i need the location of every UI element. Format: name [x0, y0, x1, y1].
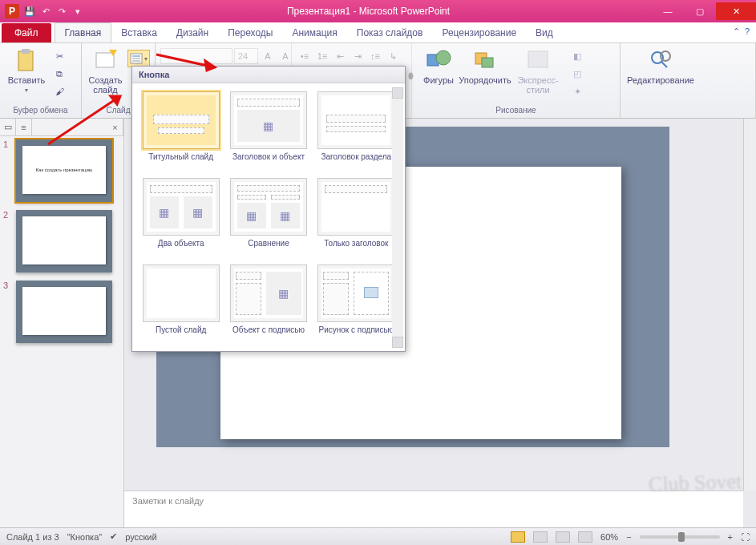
tab-view[interactable]: Вид: [526, 23, 563, 42]
layout-gallery-header: Кнопка: [132, 67, 405, 83]
group-clipboard-label: Буфер обмена: [5, 106, 76, 116]
outdent-icon[interactable]: ⇤: [332, 48, 348, 64]
group-drawing: Фигуры Упорядочить Экспресс-стили ◧ ◰ ✦ …: [412, 43, 621, 118]
line-spacing-icon[interactable]: ↕≡: [367, 48, 383, 64]
tab-insert[interactable]: Вставка: [111, 23, 167, 42]
shapes-label: Фигуры: [423, 75, 454, 85]
font-family-combo[interactable]: [160, 48, 232, 64]
help-icon[interactable]: ?: [745, 26, 750, 37]
zoom-slider[interactable]: [640, 535, 720, 539]
shrink-font-icon[interactable]: A: [277, 48, 293, 64]
shapes-button[interactable]: Фигуры: [417, 48, 460, 85]
ribbon-tabs: Файл Главная Вставка Дизайн Переходы Ани…: [0, 22, 756, 43]
arrange-icon: [472, 48, 498, 74]
svg-rect-1: [22, 49, 30, 54]
layout-two-content[interactable]: Два объекта: [140, 178, 221, 258]
layout-label: Заголовок и объект: [232, 152, 305, 172]
window-title: Презентация1 - Microsoft PowerPoint: [85, 6, 652, 17]
new-slide-icon: [93, 48, 119, 74]
shapes-icon: [426, 48, 451, 74]
sorter-view-icon[interactable]: [533, 531, 548, 543]
layout-label: Только заголовок: [324, 239, 388, 258]
text-direction-icon[interactable]: ↳: [385, 48, 401, 64]
close-button[interactable]: ✕: [716, 2, 756, 20]
close-pane-icon[interactable]: ×: [107, 119, 123, 135]
editing-button[interactable]: Редактирование: [625, 48, 696, 85]
scroll-up-icon[interactable]: [392, 87, 403, 99]
layout-title-content[interactable]: Заголовок и объект: [228, 91, 309, 172]
layout-title-only[interactable]: Только заголовок: [316, 178, 397, 258]
qat-undo-icon[interactable]: ↶: [38, 4, 53, 18]
tab-review[interactable]: Рецензирование: [432, 23, 526, 42]
slide-thumb-3[interactable]: 3: [3, 281, 120, 343]
tab-animation[interactable]: Анимация: [282, 23, 346, 42]
tab-design[interactable]: Дизайн: [167, 23, 218, 42]
indent-icon[interactable]: ⇥: [350, 48, 366, 64]
slide-thumb-1[interactable]: 1 Как создать презентацию: [3, 139, 120, 202]
vertical-scrollbar[interactable]: [743, 119, 756, 490]
layout-picture-caption[interactable]: Рисунок с подписью: [316, 264, 397, 345]
layout-title-slide[interactable]: Титульный слайд: [140, 91, 221, 172]
zoom-in-icon[interactable]: +: [728, 532, 733, 542]
quick-styles-button[interactable]: Экспресс-стили: [510, 48, 566, 95]
shape-fill-icon[interactable]: ◧: [569, 48, 585, 64]
paste-icon: [14, 48, 39, 74]
tab-slideshow[interactable]: Показ слайдов: [347, 23, 433, 42]
paste-button[interactable]: Вставить ▾: [5, 48, 48, 94]
status-bar: Слайд 1 из 3 "Кнопка" ✔ русский 60% − + …: [0, 527, 756, 545]
qat-redo-icon[interactable]: ↷: [55, 4, 69, 18]
layout-button[interactable]: ▾: [127, 50, 150, 67]
minimize-ribbon-icon[interactable]: ⌃: [733, 26, 740, 37]
app-icon: P: [5, 4, 19, 18]
slides-tab-icon[interactable]: ▭: [0, 119, 16, 135]
outline-tab-icon[interactable]: ≡: [16, 119, 32, 135]
qat-more-icon[interactable]: ▾: [71, 4, 85, 18]
tab-transitions[interactable]: Переходы: [218, 23, 282, 42]
zoom-out-icon[interactable]: −: [626, 532, 631, 542]
svg-rect-11: [482, 58, 493, 67]
bullets-icon[interactable]: •≡: [297, 48, 313, 64]
file-tab[interactable]: Файл: [2, 23, 51, 42]
svg-point-9: [436, 50, 451, 65]
svg-line-14: [661, 62, 667, 67]
scroll-down-icon[interactable]: [392, 337, 403, 348]
layout-gallery: Кнопка Титульный слайд Заголовок и объек…: [131, 66, 406, 352]
shape-outline-icon[interactable]: ◰: [569, 66, 585, 82]
minimize-button[interactable]: —: [652, 2, 684, 20]
status-language[interactable]: русский: [125, 532, 156, 542]
notes-pane[interactable]: Заметки к слайду: [124, 490, 743, 527]
layout-blank[interactable]: Пустой слайд: [140, 264, 221, 345]
layout-section-header[interactable]: Заголовок раздела: [316, 91, 397, 172]
new-slide-label: Создать слайд: [87, 75, 124, 95]
normal-view-icon[interactable]: [511, 531, 525, 543]
maximize-button[interactable]: ▢: [684, 2, 716, 20]
notes-placeholder: Заметки к слайду: [132, 496, 204, 506]
format-painter-icon[interactable]: 🖌: [51, 83, 67, 99]
layout-label: Два объекта: [158, 239, 204, 258]
layout-label: Объект с подписью: [232, 325, 305, 345]
numbering-icon[interactable]: 1≡: [314, 48, 330, 64]
font-size-combo[interactable]: 24: [234, 48, 258, 64]
fit-to-window-icon[interactable]: ⛶: [741, 532, 750, 542]
layout-comparison[interactable]: Сравнение: [228, 178, 309, 258]
spellcheck-icon[interactable]: ✔: [110, 531, 117, 542]
new-slide-button[interactable]: Создать слайд: [87, 48, 124, 95]
cut-icon[interactable]: ✂: [51, 48, 67, 64]
qat-save-icon[interactable]: 💾: [22, 4, 37, 18]
arrange-button[interactable]: Упорядочить: [463, 48, 507, 85]
slides-pane: ▭ ≡ × 1 Как создать презентацию 2 3: [0, 119, 124, 527]
copy-icon[interactable]: ⧉: [51, 66, 67, 82]
reading-view-icon[interactable]: [556, 531, 570, 543]
quick-access-toolbar: 💾 ↶ ↷ ▾: [22, 4, 85, 18]
tab-home[interactable]: Главная: [55, 22, 112, 42]
slide-thumb-2[interactable]: 2: [3, 210, 120, 272]
shape-effects-icon[interactable]: ✦: [569, 83, 585, 99]
thumb-number: 3: [3, 281, 11, 343]
group-editing: Редактирование: [621, 43, 756, 118]
layout-content-caption[interactable]: Объект с подписью: [228, 264, 309, 345]
layout-label: Рисунок с подписью: [319, 325, 394, 345]
slideshow-view-icon[interactable]: [578, 531, 592, 543]
grow-font-icon[interactable]: A: [260, 48, 276, 64]
gallery-scrollbar[interactable]: [392, 87, 403, 348]
layout-label: Заголовок раздела: [321, 152, 392, 172]
